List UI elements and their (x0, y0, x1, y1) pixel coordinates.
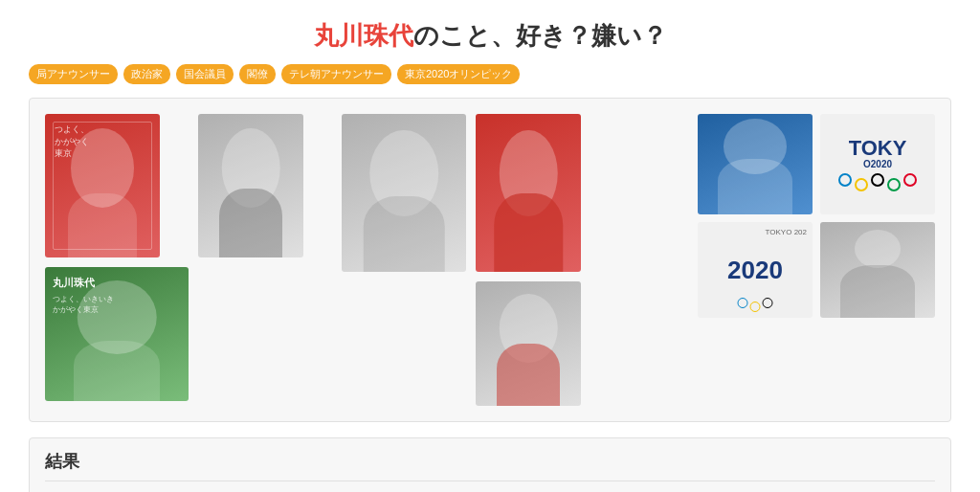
col-center (342, 114, 581, 406)
image-10[interactable] (820, 222, 935, 318)
image-1[interactable]: つよく、かがやく東京 (45, 114, 160, 257)
image-9[interactable]: 2020 TOKYO 202 (698, 222, 813, 318)
person-name: 丸川珠代 (314, 21, 413, 50)
tag-1[interactable]: 政治家 (123, 64, 170, 84)
col-right-row-1: TOKY O2020 (698, 114, 935, 214)
results-title: 結果 (45, 450, 935, 481)
image-row: つよく、かがやく東京 丸川珠代 つよく、いきいきかがやく東京 (45, 114, 935, 406)
image-6[interactable] (476, 281, 581, 406)
image-8[interactable]: TOKY O2020 (820, 114, 935, 214)
tag-3[interactable]: 閣僚 (239, 64, 276, 84)
title-suffix: のこと、好き？嫌い？ (413, 21, 667, 50)
col-left: つよく、かがやく東京 丸川珠代 つよく、いきいきかがやく東京 (45, 114, 189, 401)
page-title: 丸川珠代のこと、好き？嫌い？ (29, 19, 951, 53)
image-5[interactable]: 丸川珠代 つよく、いきいきかがやく東京 (45, 267, 189, 401)
tag-2[interactable]: 国会議員 (176, 64, 234, 84)
col-right: TOKY O2020 (698, 114, 935, 318)
tag-0[interactable]: 局アナウンサー (29, 64, 118, 84)
image-7[interactable] (698, 114, 813, 214)
page-container: 丸川珠代のこと、好き？嫌い？ 局アナウンサー 政治家 国会議員 閣僚 テレ朝アナ… (0, 0, 980, 492)
col-right-row-2: 2020 TOKYO 202 (698, 222, 935, 318)
col-portrait (198, 114, 303, 257)
tags-row: 局アナウンサー 政治家 国会議員 閣僚 テレ朝アナウンサー 東京2020オリンピ… (29, 64, 951, 84)
tag-4[interactable]: テレ朝アナウンサー (281, 64, 391, 84)
image-2[interactable] (198, 114, 303, 257)
col-center-right (476, 114, 581, 406)
image-gallery: つよく、かがやく東京 丸川珠代 つよく、いきいきかがやく東京 (29, 98, 951, 422)
image-3[interactable] (342, 114, 466, 272)
image-4[interactable] (476, 114, 581, 272)
tag-5[interactable]: 東京2020オリンピック (397, 64, 520, 84)
results-section: 結果 好き派: 28.28% (5822票) 嫌い派: 71.72% (1476… (29, 437, 951, 492)
